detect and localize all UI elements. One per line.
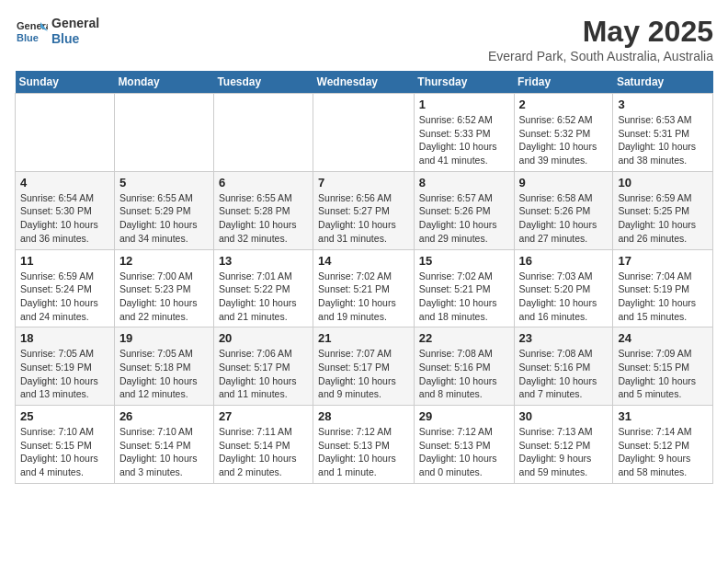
day-info: Sunrise: 7:04 AMSunset: 5:19 PMDaylight:… xyxy=(618,270,708,324)
logo-icon: General Blue xyxy=(15,15,48,48)
day-number: 30 xyxy=(519,409,609,423)
column-header-wednesday: Wednesday xyxy=(313,71,415,94)
calendar-cell: 29Sunrise: 7:12 AMSunset: 5:13 PMDayligh… xyxy=(414,406,514,484)
day-info: Sunrise: 7:08 AMSunset: 5:16 PMDaylight:… xyxy=(419,347,509,401)
calendar-cell xyxy=(313,94,415,172)
day-info: Sunrise: 6:55 AMSunset: 5:29 PMDaylight:… xyxy=(119,191,209,246)
calendar-cell xyxy=(16,94,115,172)
calendar-cell xyxy=(213,94,313,172)
calendar-cell: 13Sunrise: 7:01 AMSunset: 5:22 PMDayligh… xyxy=(213,249,313,327)
calendar-week-1: 4Sunrise: 6:54 AMSunset: 5:30 PMDaylight… xyxy=(16,171,713,249)
day-info: Sunrise: 7:02 AMSunset: 5:21 PMDaylight:… xyxy=(318,270,409,324)
day-info: Sunrise: 7:13 AMSunset: 5:12 PMDaylight:… xyxy=(519,425,609,479)
logo: General Blue General Blue xyxy=(15,15,99,48)
calendar-cell: 5Sunrise: 6:55 AMSunset: 5:29 PMDaylight… xyxy=(114,171,213,249)
day-info: Sunrise: 7:06 AMSunset: 5:17 PMDaylight:… xyxy=(219,347,308,401)
day-number: 31 xyxy=(618,409,708,423)
day-info: Sunrise: 6:59 AMSunset: 5:24 PMDaylight:… xyxy=(20,270,109,324)
day-info: Sunrise: 7:12 AMSunset: 5:13 PMDaylight:… xyxy=(318,425,409,479)
day-number: 4 xyxy=(20,176,109,190)
day-info: Sunrise: 7:05 AMSunset: 5:18 PMDaylight:… xyxy=(119,347,209,401)
calendar-cell: 9Sunrise: 6:58 AMSunset: 5:26 PMDaylight… xyxy=(514,171,613,249)
day-number: 27 xyxy=(219,409,308,423)
calendar-cell: 6Sunrise: 6:55 AMSunset: 5:28 PMDaylight… xyxy=(213,171,313,249)
column-header-saturday: Saturday xyxy=(613,71,713,94)
calendar-cell: 22Sunrise: 7:08 AMSunset: 5:16 PMDayligh… xyxy=(414,327,514,406)
calendar-cell: 21Sunrise: 7:07 AMSunset: 5:17 PMDayligh… xyxy=(313,327,415,406)
day-number: 2 xyxy=(519,98,609,111)
title-area: May 2025 Everard Park, South Australia, … xyxy=(488,15,713,63)
column-header-monday: Monday xyxy=(114,71,213,94)
day-number: 12 xyxy=(119,254,209,268)
page-subtitle: Everard Park, South Australia, Australia xyxy=(488,49,713,63)
day-number: 17 xyxy=(618,254,708,268)
day-number: 8 xyxy=(419,176,509,190)
calendar-week-2: 11Sunrise: 6:59 AMSunset: 5:24 PMDayligh… xyxy=(16,249,713,327)
calendar-header-row: SundayMondayTuesdayWednesdayThursdayFrid… xyxy=(16,71,713,94)
column-header-thursday: Thursday xyxy=(414,71,514,94)
day-info: Sunrise: 7:05 AMSunset: 5:19 PMDaylight:… xyxy=(20,347,109,401)
calendar-table: SundayMondayTuesdayWednesdayThursdayFrid… xyxy=(15,71,713,484)
calendar-cell: 3Sunrise: 6:53 AMSunset: 5:31 PMDaylight… xyxy=(613,94,713,172)
day-number: 10 xyxy=(618,176,708,190)
day-info: Sunrise: 7:14 AMSunset: 5:12 PMDaylight:… xyxy=(618,425,708,479)
calendar-cell: 12Sunrise: 7:00 AMSunset: 5:23 PMDayligh… xyxy=(114,249,213,327)
column-header-friday: Friday xyxy=(514,71,613,94)
day-number: 23 xyxy=(519,331,609,345)
day-number: 16 xyxy=(519,254,609,268)
day-number: 5 xyxy=(119,176,209,190)
day-number: 6 xyxy=(219,176,308,190)
calendar-cell: 14Sunrise: 7:02 AMSunset: 5:21 PMDayligh… xyxy=(313,249,415,327)
column-header-tuesday: Tuesday xyxy=(213,71,313,94)
calendar-cell: 15Sunrise: 7:02 AMSunset: 5:21 PMDayligh… xyxy=(414,249,514,327)
calendar-cell: 28Sunrise: 7:12 AMSunset: 5:13 PMDayligh… xyxy=(313,406,415,484)
calendar-cell: 18Sunrise: 7:05 AMSunset: 5:19 PMDayligh… xyxy=(16,327,115,406)
day-info: Sunrise: 6:55 AMSunset: 5:28 PMDaylight:… xyxy=(219,191,308,246)
calendar-cell: 16Sunrise: 7:03 AMSunset: 5:20 PMDayligh… xyxy=(514,249,613,327)
day-info: Sunrise: 7:10 AMSunset: 5:15 PMDaylight:… xyxy=(20,425,109,479)
day-info: Sunrise: 6:59 AMSunset: 5:25 PMDaylight:… xyxy=(618,191,708,246)
calendar-cell: 1Sunrise: 6:52 AMSunset: 5:33 PMDaylight… xyxy=(414,94,514,172)
calendar-cell: 4Sunrise: 6:54 AMSunset: 5:30 PMDaylight… xyxy=(16,171,115,249)
calendar-cell: 23Sunrise: 7:08 AMSunset: 5:16 PMDayligh… xyxy=(514,327,613,406)
calendar-cell xyxy=(114,94,213,172)
calendar-cell: 30Sunrise: 7:13 AMSunset: 5:12 PMDayligh… xyxy=(514,406,613,484)
calendar-cell: 10Sunrise: 6:59 AMSunset: 5:25 PMDayligh… xyxy=(613,171,713,249)
calendar-body: 1Sunrise: 6:52 AMSunset: 5:33 PMDaylight… xyxy=(16,94,713,484)
day-number: 3 xyxy=(618,98,708,111)
day-info: Sunrise: 7:00 AMSunset: 5:23 PMDaylight:… xyxy=(119,270,209,324)
day-info: Sunrise: 6:53 AMSunset: 5:31 PMDaylight:… xyxy=(618,113,708,167)
calendar-cell: 25Sunrise: 7:10 AMSunset: 5:15 PMDayligh… xyxy=(16,406,115,484)
calendar-cell: 27Sunrise: 7:11 AMSunset: 5:14 PMDayligh… xyxy=(213,406,313,484)
day-number: 24 xyxy=(618,331,708,345)
day-info: Sunrise: 6:58 AMSunset: 5:26 PMDaylight:… xyxy=(519,191,609,246)
day-number: 9 xyxy=(519,176,609,190)
day-info: Sunrise: 6:56 AMSunset: 5:27 PMDaylight:… xyxy=(318,191,409,246)
calendar-week-3: 18Sunrise: 7:05 AMSunset: 5:19 PMDayligh… xyxy=(16,327,713,406)
day-info: Sunrise: 7:02 AMSunset: 5:21 PMDaylight:… xyxy=(419,270,509,324)
day-number: 21 xyxy=(318,331,409,345)
calendar-cell: 8Sunrise: 6:57 AMSunset: 5:26 PMDaylight… xyxy=(414,171,514,249)
svg-text:Blue: Blue xyxy=(17,32,39,43)
day-number: 11 xyxy=(20,254,109,268)
day-info: Sunrise: 6:54 AMSunset: 5:30 PMDaylight:… xyxy=(20,191,109,246)
calendar-week-0: 1Sunrise: 6:52 AMSunset: 5:33 PMDaylight… xyxy=(16,94,713,172)
column-header-sunday: Sunday xyxy=(16,71,115,94)
day-info: Sunrise: 6:57 AMSunset: 5:26 PMDaylight:… xyxy=(419,191,509,246)
calendar-week-4: 25Sunrise: 7:10 AMSunset: 5:15 PMDayligh… xyxy=(16,406,713,484)
calendar-cell: 19Sunrise: 7:05 AMSunset: 5:18 PMDayligh… xyxy=(114,327,213,406)
calendar-cell: 26Sunrise: 7:10 AMSunset: 5:14 PMDayligh… xyxy=(114,406,213,484)
day-info: Sunrise: 7:03 AMSunset: 5:20 PMDaylight:… xyxy=(519,270,609,324)
day-number: 19 xyxy=(119,331,209,345)
calendar-cell: 2Sunrise: 6:52 AMSunset: 5:32 PMDaylight… xyxy=(514,94,613,172)
day-info: Sunrise: 7:09 AMSunset: 5:15 PMDaylight:… xyxy=(618,347,708,401)
day-info: Sunrise: 7:12 AMSunset: 5:13 PMDaylight:… xyxy=(419,425,509,479)
day-number: 1 xyxy=(419,98,509,111)
day-number: 26 xyxy=(119,409,209,423)
logo-line2: Blue xyxy=(51,31,99,47)
day-number: 25 xyxy=(20,409,109,423)
calendar-cell: 20Sunrise: 7:06 AMSunset: 5:17 PMDayligh… xyxy=(213,327,313,406)
calendar-cell: 17Sunrise: 7:04 AMSunset: 5:19 PMDayligh… xyxy=(613,249,713,327)
page-title: May 2025 xyxy=(488,15,713,49)
day-info: Sunrise: 6:52 AMSunset: 5:32 PMDaylight:… xyxy=(519,113,609,167)
